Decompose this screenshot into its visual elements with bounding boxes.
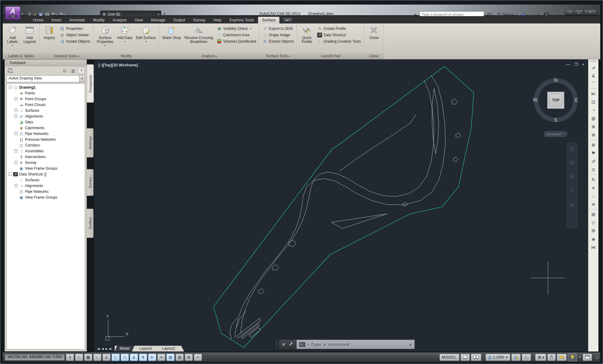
- toolbar-tool-tool-3[interactable]: ⌒: [590, 80, 598, 88]
- status-toggle-snap-mode[interactable]: ∷: [75, 354, 83, 361]
- maximize-button[interactable]: □: [574, 9, 583, 15]
- toolbar-tool-tool-21[interactable]: ◈: [590, 235, 598, 243]
- toolbar-tool-tool-18[interactable]: ⊞: [590, 209, 598, 218]
- toolbar-tool-tool-22[interactable]: ⋈: [590, 243, 598, 251]
- expander-icon[interactable]: +: [14, 184, 18, 187]
- visibility-check-button[interactable]: ◉ Visibility Check ▾: [215, 26, 257, 31]
- expander-icon[interactable]: −: [9, 86, 12, 89]
- toolbar-grip[interactable]: [590, 60, 597, 62]
- status-toggle-transparency[interactable]: ▨: [166, 354, 175, 361]
- drawing-minimize-button[interactable]: —: [566, 62, 570, 67]
- panel-title[interactable]: Surface Tools: [260, 53, 297, 59]
- close-button[interactable]: ×: [584, 9, 597, 15]
- close-surface-tab-button[interactable]: Close: [366, 25, 382, 53]
- tree-item-data-shortcuts[interactable]: − ↗ Data Shortcuts []: [7, 171, 85, 177]
- qat-customize-button[interactable]: ▼: [163, 12, 166, 16]
- nav-tool-zoom[interactable]: ⊕: [570, 174, 575, 180]
- volumes-dashboard-button[interactable]: Volumes Dashboard: [215, 39, 257, 44]
- expander-icon[interactable]: −: [9, 172, 12, 176]
- expander-icon[interactable]: +: [14, 109, 18, 112]
- drawing-close-button[interactable]: ×: [582, 62, 584, 67]
- expander-icon[interactable]: +: [14, 161, 18, 164]
- chevron-down-icon[interactable]: ▾: [145, 40, 147, 43]
- create-profile-button[interactable]: ∿ Create Profile: [316, 26, 362, 31]
- workspace-switching-button[interactable]: ⚙◢: [535, 354, 546, 361]
- water-drop-button[interactable]: Water Drop: [161, 25, 182, 53]
- layout-nav-last[interactable]: ▶|: [109, 347, 112, 350]
- clean-screen-button[interactable]: [583, 354, 592, 361]
- toolbar-tool-tool-1[interactable]: ⊿: [590, 63, 598, 71]
- nav-tool-pan[interactable]: ⊞: [570, 160, 575, 166]
- toolbar-tool-tool-14[interactable]: ↻: [590, 175, 598, 184]
- quick-profile-button[interactable]: Quick Profile: [299, 25, 315, 53]
- tree-item-pipe-networks[interactable]: + ∏ Pipe Networks: [7, 131, 85, 136]
- viewcube-top-face[interactable]: TOP: [547, 92, 564, 109]
- layout-nav-first[interactable]: |◀: [97, 347, 99, 350]
- tree-item-survey[interactable]: + ⋔ Survey: [7, 160, 85, 165]
- panel-title[interactable]: Analyze: [159, 53, 259, 59]
- nav-tool-steering-wheel[interactable]: ◎: [570, 146, 575, 152]
- tree-item-point-clouds[interactable]: ☁ Point Clouds: [7, 102, 85, 108]
- status-toggle-3d-object-snap[interactable]: ◻: [121, 354, 129, 361]
- viewcube-south[interactable]: S: [554, 118, 558, 123]
- toolbar-tool-tool-15[interactable]: #: [590, 184, 598, 192]
- toolbar-tool-tool-6[interactable]: ◔: [590, 106, 598, 114]
- export-to-dem-button[interactable]: ↗ Export to DEM: [261, 26, 295, 31]
- status-toggle-lineweight[interactable]: ━: [157, 354, 165, 361]
- tree-item-drawing1[interactable]: − ▢ Drawing1: [7, 84, 85, 90]
- viewcube-west[interactable]: W: [533, 97, 537, 103]
- status-menu-arrow[interactable]: ▼: [579, 356, 581, 359]
- ucs-selector[interactable]: Unnamed ▼: [544, 131, 567, 137]
- open-drawing-icon[interactable]: [7, 67, 14, 74]
- command-line-grip[interactable]: [276, 340, 279, 349]
- toolbar-tool-tool-16[interactable]: ∴: [590, 192, 598, 200]
- object-viewer-button[interactable]: ◎ Object Viewer: [59, 32, 91, 38]
- toolbar-tool-tool-7[interactable]: ◍: [590, 114, 598, 122]
- tree-item-ds-view-frame-groups[interactable]: ▣ View Frame Groups: [7, 194, 85, 200]
- toolbar-tool-tool-8[interactable]: ⊕: [590, 122, 598, 131]
- toolbar-tool-tool-20[interactable]: ⚙: [590, 227, 598, 235]
- item-view-icon[interactable]: ⊡: [61, 67, 68, 74]
- status-toggle-dynamic-input[interactable]: ⊳: [148, 354, 156, 361]
- viewcube-east[interactable]: E: [575, 97, 578, 103]
- layout-tab-layout2[interactable]: Layout2: [157, 346, 180, 352]
- tree-item-corridors[interactable]: ◫ Corridors: [7, 142, 85, 148]
- toolbar-tool-tool-10[interactable]: ⊗: [590, 140, 598, 149]
- application-menu-arrow[interactable]: ▾: [22, 12, 23, 16]
- resize-grip[interactable]: [594, 355, 598, 359]
- tree-item-ds-surfaces[interactable]: ⌂ Surfaces: [7, 177, 85, 183]
- tab-survey[interactable]: Survey: [87, 169, 94, 196]
- toolbar-tool-tool-13[interactable]: ⊙: [590, 165, 598, 174]
- nav-tool-orbit[interactable]: ↻: [570, 188, 575, 194]
- chevron-down-icon[interactable]: ▾: [250, 27, 251, 30]
- status-toggle-annotation-monitor[interactable]: +: [194, 354, 202, 361]
- tree-item-catchments[interactable]: ◉ Catchments: [7, 125, 85, 131]
- edit-surface-button[interactable]: Edit Surface ▾: [135, 25, 157, 53]
- model-space-viewport[interactable]: Y X [−][Top][2D Wireframe] — ❐ × N S W E…: [94, 59, 588, 352]
- layout-nav-prev[interactable]: ◀: [101, 347, 103, 350]
- add-labels-button[interactable]: Add Labels ▾: [5, 25, 20, 53]
- tree-item-surfaces[interactable]: + ⌂ Surfaces: [7, 108, 85, 113]
- expander-icon[interactable]: +: [14, 149, 18, 153]
- toolbar-tool-tool-19[interactable]: ◇: [590, 218, 598, 227]
- command-history-icon[interactable]: ▲: [409, 343, 412, 346]
- grading-creation-tools-button[interactable]: ◐ Grading Creation Tools: [316, 39, 362, 44]
- tree-item-pressure-networks[interactable]: ∐ Pressure Networks: [7, 136, 85, 142]
- status-toggle-ortho-mode[interactable]: ∟: [93, 354, 101, 361]
- coordinate-readout[interactable]: 461798.163, 4482680.146, 0.000: [5, 354, 65, 361]
- status-toggle-selection-cycling[interactable]: ⊞: [185, 354, 193, 361]
- add-legend-button[interactable]: Add Legend: [22, 25, 37, 53]
- status-toggle-infer-constraints[interactable]: ┼: [66, 354, 74, 361]
- extract-objects-button[interactable]: ⊞ Extract Objects: [261, 39, 295, 44]
- viewcube-north[interactable]: N: [554, 78, 558, 83]
- tree-item-points[interactable]: ◈ Points: [7, 90, 85, 96]
- layout-tab-model[interactable]: Model: [115, 346, 134, 352]
- inquiry-button[interactable]: Inquiry: [41, 25, 57, 53]
- layout-button[interactable]: [460, 354, 470, 361]
- toolspace-title[interactable]: Toolspace: [5, 60, 87, 66]
- drawing-restore-button[interactable]: ❐: [574, 62, 578, 67]
- status-toggle-object-snap[interactable]: ▢: [112, 354, 120, 361]
- tree-item-intersections[interactable]: ╋ Intersections: [7, 154, 85, 160]
- tree-item-sites[interactable]: ◪ Sites: [7, 119, 85, 125]
- tree-item-point-groups[interactable]: + ❖ Point Groups: [7, 96, 85, 102]
